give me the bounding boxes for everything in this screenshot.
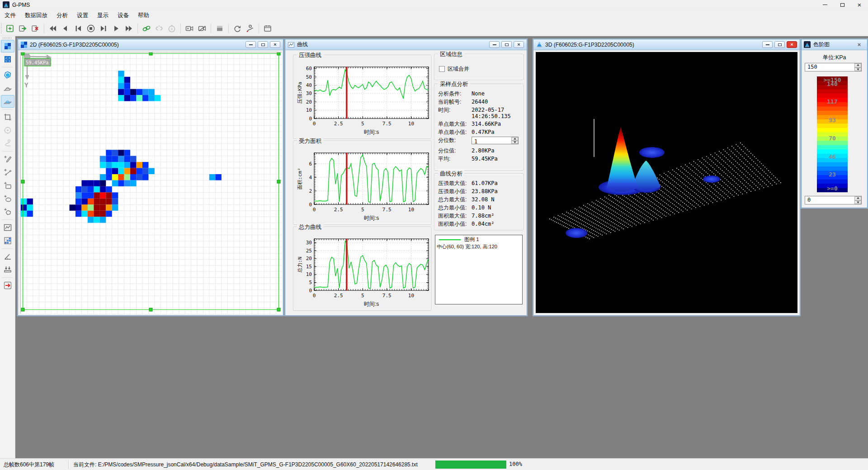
close-button[interactable]: × xyxy=(851,0,868,10)
exit-icon[interactable] xyxy=(1,279,14,292)
link-icon[interactable] xyxy=(141,23,152,34)
svg-text:0: 0 xyxy=(313,207,316,213)
force-curve-group[interactable]: 总力曲线 05101520253002.557.510总力:N时间:s xyxy=(293,227,431,311)
window-3d: 3D (F606025:G-F1P3D2205C00005) × xyxy=(533,39,800,316)
track-icon[interactable] xyxy=(1,137,14,150)
step-backward-icon[interactable] xyxy=(60,23,71,34)
view-2d-icon[interactable] xyxy=(1,40,14,52)
unlink-icon[interactable] xyxy=(153,23,165,34)
svg-text:时间:s: 时间:s xyxy=(364,215,379,221)
region-field-label: 面积最大值: xyxy=(438,212,472,220)
svg-text:4: 4 xyxy=(309,175,312,180)
draw-line-icon[interactable] xyxy=(1,166,14,179)
press-icon[interactable] xyxy=(1,263,14,276)
timer-icon[interactable]: 0 xyxy=(166,23,178,34)
3d-maximize-button[interactable] xyxy=(774,41,785,48)
draw-rect-icon[interactable] xyxy=(1,179,14,192)
3d-close-button[interactable]: × xyxy=(787,41,797,48)
curve-chart-icon[interactable] xyxy=(1,221,14,234)
svg-text:30: 30 xyxy=(306,90,312,96)
record-video-icon[interactable] xyxy=(184,23,195,34)
toolbar-separator xyxy=(137,24,138,33)
angle-icon[interactable] xyxy=(1,250,14,263)
3d-surface-canvas[interactable] xyxy=(536,52,797,313)
svg-text:117: 117 xyxy=(827,98,837,105)
export-data-icon[interactable] xyxy=(17,23,28,34)
curves-maximize-button[interactable] xyxy=(501,41,512,48)
2d-minimize-button[interactable] xyxy=(245,41,256,48)
signature-icon[interactable] xyxy=(244,23,256,34)
colorbar-max-spinner[interactable] xyxy=(854,63,861,71)
crop-region-icon[interactable] xyxy=(1,111,14,123)
menu-bar: 文件数据回放分析设置显示设备帮助 xyxy=(0,10,868,21)
curves-window-titlebar[interactable]: 曲线 × xyxy=(285,39,527,50)
region-field-row: 总力最大值:32.08 N xyxy=(434,195,523,204)
curve-analysis-title: 曲线分析 xyxy=(438,170,464,178)
titlebar: G-PMS × xyxy=(0,0,868,10)
skip-start-icon[interactable] xyxy=(72,23,84,34)
left-toolbar-separator xyxy=(2,67,13,67)
region-field-value: 0.04cm² xyxy=(472,220,495,227)
menu-item-帮助[interactable]: 帮助 xyxy=(133,10,154,21)
skip-end-icon[interactable] xyxy=(98,23,109,34)
stop-icon[interactable] xyxy=(85,23,97,34)
stop-video-icon[interactable] xyxy=(196,23,208,34)
current-file-status: 当前文件: E:/PMS/codes/SMPressure_jsonCal/x6… xyxy=(73,461,418,469)
restore-button[interactable] xyxy=(834,0,851,10)
add-frame-icon[interactable] xyxy=(4,23,16,34)
colorbar-max-input[interactable]: 150 xyxy=(805,63,862,71)
svg-text:0: 0 xyxy=(309,288,312,294)
refresh-icon[interactable] xyxy=(231,23,243,34)
menu-item-数据回放[interactable]: 数据回放 xyxy=(20,10,52,21)
colorbar-titlebar[interactable]: 色阶图 × xyxy=(802,39,867,50)
2d-close-button[interactable]: × xyxy=(270,41,280,48)
pressure-curve-group[interactable]: 压强曲线 010203040506002.557.510压强:KPa时间:s xyxy=(293,55,431,139)
sample-analysis-group: 采样点分析 分析条件:None当前帧号:26440时间:2022-05-1714… xyxy=(434,84,524,171)
minimize-button[interactable] xyxy=(816,0,834,10)
play-icon[interactable] xyxy=(110,23,122,34)
matrix-numbers-icon[interactable]: 2453 xyxy=(1,53,14,66)
curves-close-button[interactable]: × xyxy=(514,41,524,48)
3d-window-titlebar[interactable]: 3D (F606025:G-F1P3D2205C00005) × xyxy=(533,39,800,50)
left-toolbar-separator xyxy=(2,248,13,249)
menu-item-分析[interactable]: 分析 xyxy=(52,10,72,21)
surface-3d-icon[interactable] xyxy=(1,95,14,108)
left-toolbar-separator xyxy=(2,151,13,152)
curves-minimize-button[interactable] xyxy=(489,41,500,48)
svg-text:5: 5 xyxy=(361,207,364,213)
percentile-count-input[interactable]: 1 xyxy=(472,137,519,144)
menu-item-文件[interactable]: 文件 xyxy=(0,10,20,21)
center-point-icon[interactable] xyxy=(1,124,14,137)
draw-pencil-icon[interactable] xyxy=(1,153,14,166)
menu-item-显示[interactable]: 显示 xyxy=(93,10,113,21)
2d-window-title: 2D (F606025:G-F1P3D2205C00005) xyxy=(30,42,119,48)
delete-data-icon[interactable] xyxy=(29,23,41,34)
fast-forward-icon[interactable] xyxy=(123,23,135,34)
svg-text:0: 0 xyxy=(313,121,316,127)
calendar-icon[interactable] xyxy=(262,23,274,34)
area-curve-group[interactable]: 受力面积 024602.557.510面积:cm²时间:s xyxy=(293,141,431,225)
colorbar-min-input[interactable]: 0 xyxy=(805,196,862,204)
3d-minimize-button[interactable] xyxy=(762,41,773,48)
fast-backward-icon[interactable] xyxy=(47,23,59,34)
draw-ellipse-icon[interactable] xyxy=(1,192,14,205)
menu-item-设备[interactable]: 设备 xyxy=(113,10,133,21)
grid-sensor-icon[interactable] xyxy=(1,234,14,247)
colorbar-close-button[interactable]: × xyxy=(854,41,864,48)
percentile-spinner[interactable] xyxy=(511,137,518,144)
contour-icon[interactable] xyxy=(1,69,14,81)
progress-percent: 100% xyxy=(509,461,522,467)
2d-window-titlebar[interactable]: 2D (F606025:G-F1P3D2205C00005) × xyxy=(18,39,283,50)
menu-item-设置[interactable]: 设置 xyxy=(72,10,93,21)
legend-series-label: 图例 1 xyxy=(464,237,479,242)
region-info-group: 区域信息 区域合并 xyxy=(434,54,524,80)
colorbar-min-spinner[interactable] xyxy=(854,196,861,204)
surface-wire-icon[interactable] xyxy=(1,82,14,95)
display-icon[interactable] xyxy=(214,23,226,34)
pressure-map-canvas[interactable]: XY59.45KPa xyxy=(20,52,282,313)
region-field-row: 时间:2022-05-1714:26:50.135 xyxy=(434,106,523,120)
region-merge-checkbox[interactable] xyxy=(439,66,445,72)
draw-polygon-icon[interactable] xyxy=(1,205,14,218)
legend-line-sample xyxy=(439,239,461,240)
2d-maximize-button[interactable] xyxy=(258,41,268,48)
